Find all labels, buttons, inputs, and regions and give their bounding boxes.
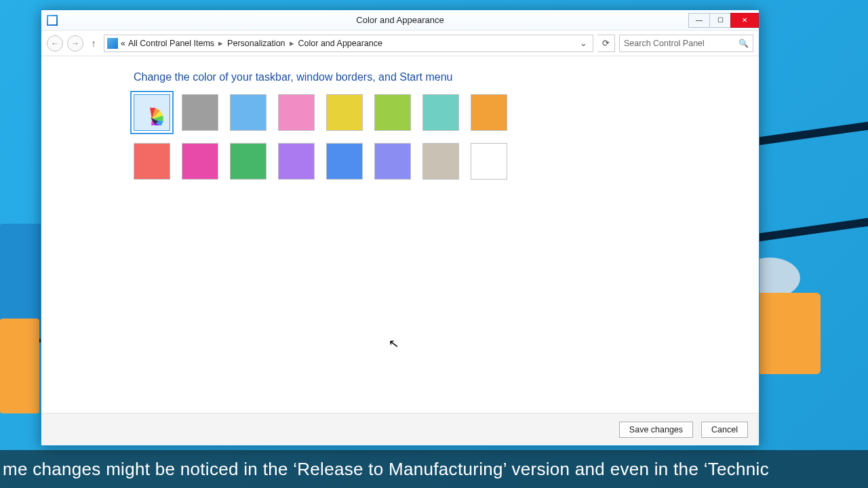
color-swatch[interactable]	[326, 94, 363, 131]
color-swatch[interactable]	[374, 143, 411, 180]
color-swatch[interactable]	[134, 143, 170, 180]
color-swatch[interactable]	[182, 94, 218, 131]
color-swatch[interactable]	[230, 143, 267, 180]
color-swatch[interactable]	[182, 143, 218, 180]
color-swatch[interactable]	[278, 143, 315, 180]
breadcrumb-item[interactable]: Color and Appearance	[298, 39, 382, 48]
titlebar[interactable]: Color and Appearance — ☐ ✕	[41, 10, 759, 30]
color-and-appearance-window: Color and Appearance — ☐ ✕ ← → ↑ « All C…	[41, 9, 760, 446]
mouse-cursor-icon: ↖	[388, 336, 400, 352]
forward-button[interactable]: →	[67, 35, 83, 52]
breadcrumb[interactable]: « All Control Panel Items ▸ Personalizat…	[104, 35, 593, 52]
chevron-right-icon: ▸	[217, 38, 224, 48]
breadcrumb-item[interactable]: Personalization	[227, 39, 285, 48]
up-button[interactable]: ↑	[87, 38, 100, 49]
cancel-button[interactable]: Cancel	[701, 422, 748, 438]
color-swatch[interactable]	[326, 143, 363, 180]
page-heading: Change the color of your taskbar, window…	[134, 71, 736, 83]
color-swatch-automatic[interactable]	[134, 94, 170, 131]
breadcrumb-prefix: «	[121, 39, 125, 48]
color-swatch[interactable]	[471, 143, 507, 180]
save-changes-button[interactable]: Save changes	[619, 422, 693, 438]
color-swatch-grid	[134, 94, 736, 180]
breadcrumb-item[interactable]: All Control Panel Items	[128, 39, 214, 48]
window-title: Color and Appearance	[41, 15, 759, 25]
color-swatch[interactable]	[422, 94, 459, 131]
color-swatch[interactable]	[230, 94, 267, 131]
dialog-footer: Save changes Cancel	[41, 413, 759, 445]
color-swatch[interactable]	[374, 94, 411, 131]
color-swatch[interactable]	[471, 94, 507, 131]
navigation-bar: ← → ↑ « All Control Panel Items ▸ Person…	[41, 30, 759, 56]
chevron-right-icon: ▸	[288, 38, 296, 48]
search-placeholder: Search Control Panel	[624, 39, 705, 48]
refresh-button[interactable]: ⟳	[597, 35, 615, 52]
breadcrumb-dropdown-icon[interactable]: ⌄	[580, 38, 590, 48]
content-area: Change the color of your taskbar, window…	[41, 56, 759, 413]
search-icon: 🔍	[738, 39, 749, 48]
video-subtitle-overlay: me changes might be noticed in the ‘Rele…	[0, 450, 868, 488]
color-swatch[interactable]	[278, 94, 315, 131]
control-panel-icon	[107, 38, 118, 49]
color-swatch[interactable]	[422, 143, 459, 180]
search-input[interactable]: Search Control Panel 🔍	[619, 35, 753, 52]
back-button[interactable]: ←	[47, 35, 63, 52]
